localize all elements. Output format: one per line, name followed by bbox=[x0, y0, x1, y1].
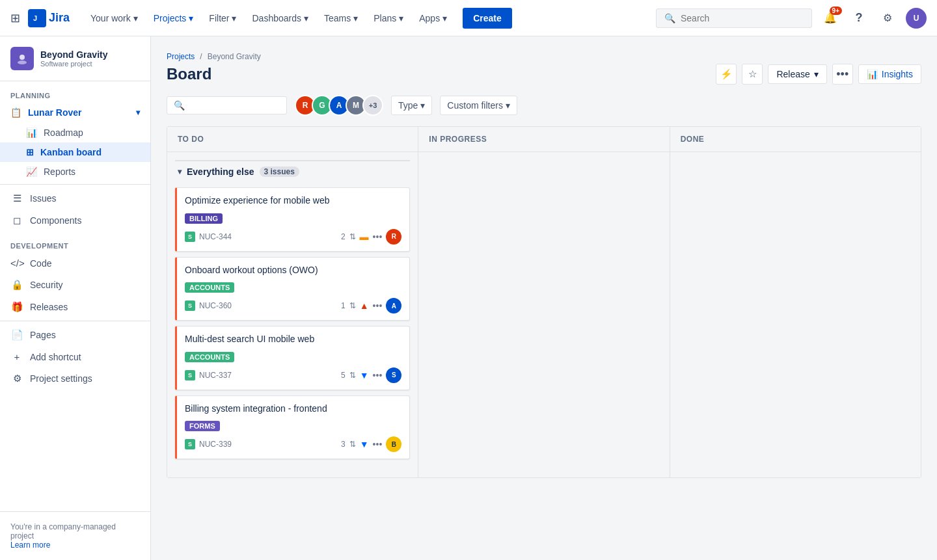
priority-low-icon: ▼ bbox=[360, 439, 369, 449]
sidebar-item-reports[interactable]: 📈 Reports bbox=[0, 162, 150, 181]
sidebar-footer: You're in a company-managed project Lear… bbox=[0, 511, 150, 560]
card-tag-billing: BILLING bbox=[185, 213, 223, 224]
card-more-icon[interactable]: ••• bbox=[373, 370, 383, 380]
sidebar-item-kanban-board[interactable]: ⊞ Kanban board bbox=[0, 142, 150, 162]
sidebar-item-pages[interactable]: 📄 Pages bbox=[0, 324, 150, 346]
card-assignee-avatar[interactable]: A bbox=[386, 298, 401, 313]
sort-icon: ⇅ bbox=[349, 440, 356, 449]
code-label: Code bbox=[30, 258, 51, 269]
project-name: Beyond Gravity bbox=[40, 49, 140, 60]
release-button[interactable]: Release ▾ bbox=[768, 64, 826, 84]
settings-icon: ⚙ bbox=[10, 373, 23, 384]
notifications-button[interactable]: 🔔 9+ bbox=[820, 8, 841, 29]
nav-projects[interactable]: Projects ▾ bbox=[148, 10, 199, 26]
card-issue-id: NUC-344 bbox=[199, 232, 337, 241]
settings-button[interactable]: ⚙ bbox=[877, 8, 898, 29]
card-assignee-avatar[interactable]: B bbox=[386, 436, 401, 452]
learn-more-link[interactable]: Learn more bbox=[10, 540, 50, 550]
sidebar-item-roadmap[interactable]: 📊 Roadmap bbox=[0, 123, 150, 142]
sidebar-item-security[interactable]: 🔒 Security bbox=[0, 274, 150, 296]
card-tag-accounts: ACCOUNTS bbox=[185, 282, 234, 293]
card-assignee-avatar[interactable]: S bbox=[386, 367, 401, 383]
card-footer: S NUC-360 1 ⇅ ▲ ••• A bbox=[185, 298, 401, 313]
card-title: Optimize experience for mobile web bbox=[185, 194, 401, 207]
nav-dashboards[interactable]: Dashboards ▾ bbox=[247, 10, 314, 26]
nav-teams[interactable]: Teams ▾ bbox=[319, 10, 363, 26]
lightning-button[interactable]: ⚡ bbox=[716, 64, 737, 85]
avatar-extra-count[interactable]: +3 bbox=[362, 95, 383, 116]
help-button[interactable]: ? bbox=[849, 8, 869, 29]
planning-section-label: PLANNING bbox=[0, 81, 150, 102]
nav-filter[interactable]: Filter ▾ bbox=[204, 10, 241, 26]
top-navigation: ⊞ J Jira Your work ▾ Projects ▾ Filter ▾… bbox=[0, 0, 937, 36]
jira-logo[interactable]: J Jira bbox=[28, 9, 70, 27]
reports-icon: 📈 bbox=[26, 167, 37, 177]
type-filter-button[interactable]: Type ▾ bbox=[391, 96, 432, 115]
story-icon: S bbox=[185, 232, 195, 242]
code-icon: </> bbox=[10, 258, 23, 269]
issues-icon: ☰ bbox=[10, 193, 23, 204]
star-button[interactable]: ☆ bbox=[742, 64, 763, 85]
footer-text: You're in a company-managed project bbox=[10, 522, 140, 540]
card-assignee-avatar[interactable]: R bbox=[386, 229, 401, 245]
grid-icon[interactable]: ⊞ bbox=[10, 11, 20, 25]
custom-filters-label: Custom filters bbox=[447, 100, 503, 111]
star-icon: ☆ bbox=[748, 68, 757, 80]
sidebar-item-releases[interactable]: 🎁 Releases bbox=[0, 296, 150, 318]
story-icon: S bbox=[185, 370, 195, 380]
releases-icon: 🎁 bbox=[10, 301, 23, 313]
issues-label: Issues bbox=[30, 193, 56, 204]
user-avatar[interactable]: U bbox=[906, 8, 927, 29]
nav-your-work[interactable]: Your work ▾ bbox=[85, 10, 143, 26]
svg-point-2 bbox=[18, 60, 27, 64]
card-meta: 3 ⇅ ▼ ••• B bbox=[341, 436, 401, 452]
card-issue-id: NUC-360 bbox=[199, 301, 337, 310]
security-label: Security bbox=[30, 280, 63, 290]
create-button[interactable]: Create bbox=[463, 8, 512, 29]
svg-point-1 bbox=[20, 55, 25, 60]
board-search-input[interactable] bbox=[189, 100, 280, 111]
gear-icon: ⚙ bbox=[883, 12, 892, 24]
sidebar-item-project-settings[interactable]: ⚙ Project settings bbox=[0, 367, 150, 390]
card-more-icon[interactable]: ••• bbox=[373, 300, 383, 311]
notification-badge: 9+ bbox=[830, 7, 842, 15]
priority-low-icon: ▼ bbox=[360, 370, 369, 380]
card-meta: 2 ⇅ ▬ ••• R bbox=[341, 229, 401, 245]
search-box[interactable]: 🔍 bbox=[656, 8, 812, 28]
nav-apps[interactable]: Apps ▾ bbox=[414, 10, 452, 26]
nav-plans[interactable]: Plans ▾ bbox=[368, 10, 409, 26]
board-search-box[interactable]: 🔍 bbox=[167, 96, 287, 114]
sidebar-item-code[interactable]: </> Code bbox=[0, 252, 150, 274]
column-inprogress: IN PROGRESS bbox=[418, 127, 670, 477]
column-done: DONE bbox=[670, 127, 921, 477]
more-options-button[interactable]: ••• bbox=[832, 64, 853, 85]
card-title: Onboard workout options (OWO) bbox=[185, 264, 401, 277]
card-nuc-344[interactable]: Optimize experience for mobile web BILLI… bbox=[175, 187, 410, 252]
card-nuc-360[interactable]: Onboard workout options (OWO) ACCOUNTS S… bbox=[175, 257, 410, 321]
card-more-icon[interactable]: ••• bbox=[373, 232, 383, 242]
sidebar-item-add-shortcut[interactable]: + Add shortcut bbox=[0, 346, 150, 367]
sidebar-item-components[interactable]: ◻ Components bbox=[0, 209, 150, 232]
type-filter-label: Type bbox=[398, 100, 418, 111]
breadcrumb-projects-link[interactable]: Projects bbox=[167, 52, 195, 61]
group-everything-else: ▾ Everything else 3 issues bbox=[175, 160, 410, 182]
card-nuc-337[interactable]: Multi-dest search UI mobile web ACCOUNTS… bbox=[175, 326, 410, 390]
sidebar-item-issues[interactable]: ☰ Issues bbox=[0, 187, 150, 209]
column-todo-body: ▾ Everything else 3 issues Optimize expe… bbox=[167, 152, 418, 477]
insights-button[interactable]: 📊 Insights bbox=[858, 64, 921, 84]
help-icon: ? bbox=[856, 11, 863, 25]
card-more-icon[interactable]: ••• bbox=[373, 439, 383, 449]
add-shortcut-icon: + bbox=[10, 351, 23, 362]
sidebar-item-lunar-rover[interactable]: 📋 Lunar Rover ▾ bbox=[0, 102, 150, 123]
board: TO DO ▾ Everything else 3 issues Optimiz… bbox=[167, 127, 921, 477]
svg-text:J: J bbox=[33, 14, 37, 22]
project-type: Software project bbox=[40, 60, 140, 68]
card-nuc-339[interactable]: Billing system integration - frontend FO… bbox=[175, 395, 410, 460]
search-input[interactable] bbox=[681, 13, 804, 23]
custom-filters-button[interactable]: Custom filters ▾ bbox=[440, 96, 517, 115]
project-info: Beyond Gravity Software project bbox=[40, 49, 140, 68]
sort-icon: ⇅ bbox=[349, 371, 356, 380]
lock-icon: 🔒 bbox=[10, 279, 23, 291]
group-chevron-icon[interactable]: ▾ bbox=[178, 167, 182, 176]
type-chevron-icon: ▾ bbox=[420, 100, 425, 111]
